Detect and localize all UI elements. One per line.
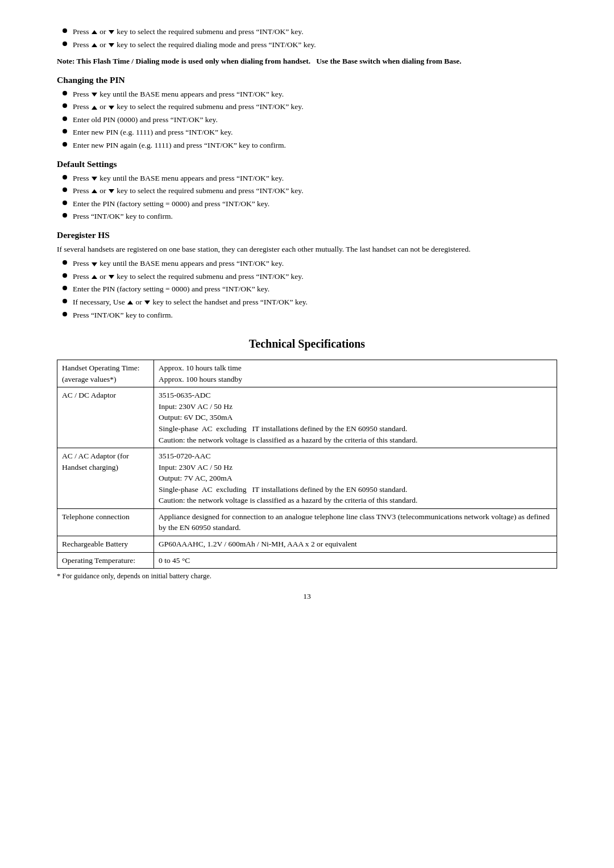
arrow-up-icon	[92, 106, 97, 110]
table-row: AC / AC Adaptor (for Handset charging) 3…	[57, 448, 557, 509]
spec-value: 3515-0635-ADC Input: 230V AC / 50 Hz Out…	[154, 387, 557, 448]
list-item: Press key until the BASE menu appears an…	[57, 173, 557, 184]
arrow-down-icon	[109, 30, 114, 34]
changing-pin-list: Press key until the BASE menu appears an…	[57, 89, 557, 151]
table-row: Operating Temperature: 0 to 45 °C	[57, 552, 557, 569]
list-item: Press key until the BASE menu appears an…	[57, 89, 557, 100]
bullet-icon	[63, 260, 67, 265]
bullet-icon	[63, 103, 67, 108]
spec-value: 0 to 45 °C	[154, 552, 557, 569]
bullet-icon	[63, 286, 67, 290]
spec-value: Appliance designed for connection to an …	[154, 508, 557, 536]
spec-table: Handset Operating Time:(average values*)…	[57, 360, 557, 569]
bullet-icon	[63, 187, 67, 192]
bullet-text: Press or key to select the required subm…	[73, 185, 557, 197]
bullet-text: Press or key to select the required subm…	[73, 271, 557, 282]
table-row: Rechargeable Battery GP60AAAHC, 1.2V / 6…	[57, 536, 557, 553]
list-item: Enter the PIN (factory setting = 0000) a…	[57, 283, 557, 295]
list-item: Press or key to select the required subm…	[57, 185, 557, 197]
arrow-down-icon	[92, 177, 97, 181]
note-text: Note: This Flash Time / Dialing mode is …	[57, 56, 557, 67]
bullet-text: Enter the PIN (factory setting = 0000) a…	[73, 283, 557, 295]
list-item: Enter new PIN again (e.g. 1111) and pres…	[57, 140, 557, 151]
list-item: Press or key to select the required subm…	[57, 101, 557, 112]
bullet-text: Press key until the BASE menu appears an…	[73, 89, 557, 100]
spec-value: Approx. 10 hours talk timeApprox. 100 ho…	[154, 360, 557, 387]
intro-bullet-list: Press or key to select the required subm…	[57, 26, 557, 50]
arrow-down-icon	[109, 189, 114, 193]
bullet-icon	[63, 116, 67, 121]
arrow-up-icon	[127, 301, 133, 304]
list-item: Press key until the BASE menu appears an…	[57, 258, 557, 269]
list-item: Enter old PIN (0000) and press “INT/OK” …	[57, 114, 557, 126]
deregister-hs-list: Press key until the BASE menu appears an…	[57, 258, 557, 320]
bullet-text: Enter new PIN again (e.g. 1111) and pres…	[73, 140, 557, 151]
bullet-text: Press or key to select the required subm…	[73, 26, 557, 37]
bullet-icon	[63, 299, 67, 303]
bullet-icon	[63, 175, 67, 180]
bullet-text: Press key until the BASE menu appears an…	[73, 173, 557, 184]
bullet-icon	[63, 41, 67, 46]
bullet-text: Press “INT/OK” key to confirm.	[73, 310, 557, 321]
bullet-text: Press “INT/OK” key to confirm.	[73, 211, 557, 222]
bullet-text: Press key until the BASE menu appears an…	[73, 258, 557, 269]
list-item: Press or key to select the required subm…	[57, 26, 557, 37]
table-row: Telephone connection Appliance designed …	[57, 508, 557, 536]
arrow-up-icon	[92, 30, 97, 34]
bullet-text: Press or key to select the required dial…	[73, 39, 557, 51]
bullet-text: Enter old PIN (0000) and press “INT/OK” …	[73, 114, 557, 126]
bullet-icon	[63, 129, 67, 133]
section-heading-changing-pin: Changing the PIN	[57, 75, 557, 85]
bullet-text: If necessary, Use or key to select the h…	[73, 297, 557, 308]
arrow-up-icon	[92, 275, 97, 279]
tech-spec-title: Technical Specifications	[57, 337, 557, 350]
section-heading-default-settings: Default Settings	[57, 159, 557, 169]
list-item: If necessary, Use or key to select the h…	[57, 297, 557, 308]
spec-value: 3515-0720-AAC Input: 230V AC / 50 Hz Out…	[154, 448, 557, 509]
arrow-down-icon	[92, 262, 97, 266]
spec-label: Rechargeable Battery	[57, 536, 154, 553]
arrow-down-icon	[144, 301, 150, 304]
bullet-text: Enter new PIN (e.g. 1111) and press “INT…	[73, 127, 557, 138]
bullet-icon	[63, 312, 67, 316]
arrow-down-icon	[109, 275, 114, 279]
bullet-icon	[63, 28, 67, 33]
table-row: AC / DC Adaptor 3515-0635-ADC Input: 230…	[57, 387, 557, 448]
spec-value: GP60AAAHC, 1.2V / 600mAh / Ni-MH, AAA x …	[154, 536, 557, 553]
spec-label: Operating Temperature:	[57, 552, 154, 569]
arrow-down-icon	[92, 93, 97, 97]
bullet-icon	[63, 273, 67, 278]
arrow-up-icon	[92, 43, 97, 47]
arrow-down-icon	[109, 43, 114, 47]
default-settings-list: Press key until the BASE menu appears an…	[57, 173, 557, 222]
list-item: Press “INT/OK” key to confirm.	[57, 211, 557, 222]
spec-label: Telephone connection	[57, 508, 154, 536]
list-item: Press or key to select the required dial…	[57, 39, 557, 51]
arrow-down-icon	[109, 106, 114, 110]
deregister-intro: If several handsets are registered on on…	[57, 244, 557, 255]
bullet-icon	[63, 142, 67, 147]
list-item: Enter new PIN (e.g. 1111) and press “INT…	[57, 127, 557, 138]
spec-label: AC / AC Adaptor (for Handset charging)	[57, 448, 154, 509]
table-row: Handset Operating Time:(average values*)…	[57, 360, 557, 387]
arrow-up-icon	[92, 189, 97, 193]
list-item: Enter the PIN (factory setting = 0000) a…	[57, 198, 557, 210]
list-item: Press “INT/OK” key to confirm.	[57, 310, 557, 321]
spec-label: Handset Operating Time:(average values*)	[57, 360, 154, 387]
page-number: 13	[57, 592, 557, 601]
bullet-icon	[63, 91, 67, 95]
list-item: Press or key to select the required subm…	[57, 271, 557, 282]
bullet-icon	[63, 201, 67, 205]
bullet-icon	[63, 213, 67, 218]
footnote-text: * For guidance only, depends on initial …	[57, 572, 557, 581]
spec-label: AC / DC Adaptor	[57, 387, 154, 448]
bullet-text: Press or key to select the required subm…	[73, 101, 557, 112]
section-heading-deregister-hs: Deregister HS	[57, 230, 557, 240]
bullet-text: Enter the PIN (factory setting = 0000) a…	[73, 198, 557, 210]
